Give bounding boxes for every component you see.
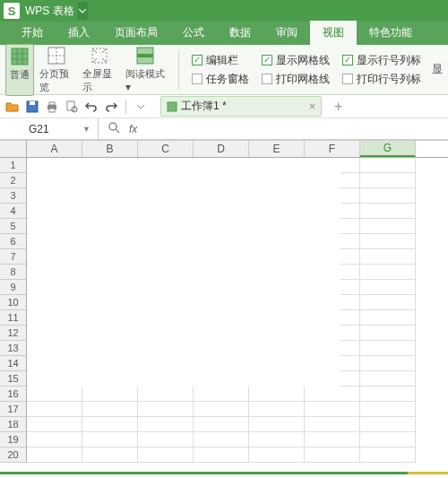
cell[interactable] [194,432,249,448]
col-header-G[interactable]: G [360,141,416,157]
row-header[interactable]: 3 [0,188,27,204]
print-preview-icon[interactable] [65,100,79,114]
cell[interactable] [82,387,138,402]
qat-dropdown-icon[interactable] [134,100,148,114]
cell[interactable] [360,356,416,371]
cell[interactable] [249,387,305,402]
cell[interactable] [360,402,416,417]
cell[interactable] [138,432,194,448]
cell[interactable] [27,402,82,417]
cell[interactable] [82,402,138,417]
cell[interactable] [360,417,416,432]
view-分页预览[interactable]: 分页预览 [36,44,77,96]
cell[interactable] [249,448,305,463]
print-icon[interactable] [45,100,59,114]
row-header[interactable]: 20 [0,448,27,463]
row-header[interactable]: 18 [0,417,27,432]
cell[interactable] [360,158,416,173]
cell[interactable] [305,402,360,417]
row-header[interactable]: 19 [0,432,27,448]
row-header[interactable]: 7 [0,249,27,265]
tab-数据[interactable]: 数据 [217,21,263,45]
redo-icon[interactable] [104,100,118,114]
tab-视图[interactable]: 视图 [310,21,357,45]
row-header[interactable]: 4 [0,204,27,219]
tab-审阅[interactable]: 审阅 [263,21,310,45]
col-header-C[interactable]: C [138,141,194,157]
tab-特色功能[interactable]: 特色功能 [357,21,425,45]
cell[interactable] [82,417,138,432]
view-全屏显示[interactable]: 全屏显示 [79,44,120,96]
cell[interactable] [360,387,416,402]
name-box[interactable]: G21 ▼ [0,118,99,139]
cell[interactable] [305,417,360,432]
cell[interactable] [360,234,416,249]
checkbox-任务窗格[interactable]: 任务窗格 [192,72,249,87]
cell[interactable] [360,219,416,234]
row-header[interactable]: 16 [0,387,27,402]
cell[interactable] [360,326,416,341]
row-header[interactable]: 10 [0,295,27,310]
add-tab-button[interactable]: + [334,99,342,115]
cell[interactable] [305,448,360,463]
checkbox-显示网格线[interactable]: 显示网格线 [262,53,330,68]
cell[interactable] [360,432,416,448]
checkbox-编辑栏[interactable]: 编辑栏 [192,53,249,68]
cell[interactable] [360,265,416,280]
tab-公式[interactable]: 公式 [170,21,217,45]
cell[interactable] [360,341,416,356]
close-icon[interactable]: × [309,100,315,113]
cell[interactable] [82,448,138,463]
cell[interactable] [138,402,194,417]
cell[interactable] [305,432,360,448]
tab-开始[interactable]: 开始 [9,21,56,45]
cell[interactable] [27,432,82,448]
cell[interactable] [360,371,416,387]
view-普通[interactable]: 普通 [5,44,34,96]
tab-页面布局[interactable]: 页面布局 [102,21,170,45]
cell[interactable] [360,295,416,310]
row-header[interactable]: 14 [0,356,27,371]
cell[interactable] [138,448,194,463]
select-all-corner[interactable] [0,140,27,158]
row-header[interactable]: 11 [0,310,27,326]
document-tab[interactable]: 工作簿1 * × [160,96,322,117]
cell[interactable] [82,432,138,448]
cell[interactable] [360,310,416,326]
cell[interactable] [249,402,305,417]
cell[interactable] [27,387,82,402]
cell[interactable] [360,249,416,265]
cell[interactable] [360,280,416,295]
col-header-E[interactable]: E [249,141,305,157]
col-header-D[interactable]: D [194,141,249,157]
row-header[interactable]: 1 [0,158,27,173]
cell[interactable] [194,448,249,463]
cell[interactable] [194,402,249,417]
col-header-A[interactable]: A [27,141,82,157]
cell[interactable] [27,448,82,463]
row-header[interactable]: 2 [0,173,27,188]
cell[interactable] [249,417,305,432]
title-dropdown[interactable] [78,2,88,20]
cell[interactable] [194,387,249,402]
save-icon[interactable] [25,100,39,114]
cell[interactable] [138,387,194,402]
undo-icon[interactable] [84,100,99,114]
checkbox-打印网格线[interactable]: 打印网格线 [262,72,330,87]
row-header[interactable]: 5 [0,219,27,234]
view-阅读模式[interactable]: 阅读模式 ▾ [122,44,170,96]
col-header-B[interactable]: B [82,141,138,157]
cell[interactable] [138,417,194,432]
fx-label[interactable]: fx [129,123,137,135]
cell[interactable] [360,188,416,204]
row-header[interactable]: 12 [0,326,27,341]
row-header[interactable]: 6 [0,234,27,249]
cell[interactable] [194,417,249,432]
row-header[interactable]: 13 [0,341,27,356]
tab-插入[interactable]: 插入 [56,21,102,45]
col-header-F[interactable]: F [305,141,360,157]
row-header[interactable]: 17 [0,402,27,417]
checkbox-显示行号列标[interactable]: 显示行号列标 [342,53,421,68]
cell[interactable] [360,448,416,463]
cell[interactable] [360,173,416,188]
